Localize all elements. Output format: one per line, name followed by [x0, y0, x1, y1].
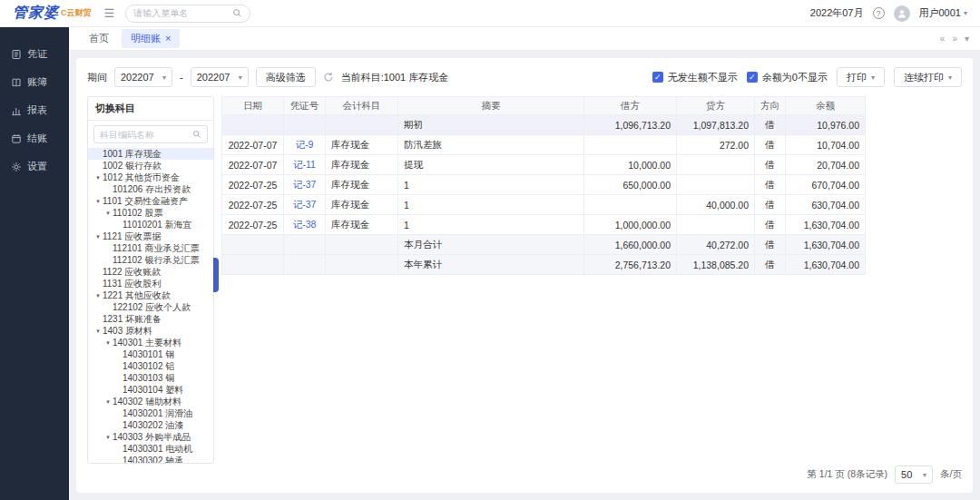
- voucher-link[interactable]: 记-37: [293, 199, 317, 210]
- cell-voucher: 记-37: [284, 195, 326, 215]
- cell-credit: 272.00: [677, 135, 755, 155]
- subject-search-input[interactable]: [100, 130, 189, 140]
- subject-search-box[interactable]: [93, 125, 208, 143]
- tree-item[interactable]: 1131 应收股利: [88, 278, 213, 289]
- ledger-panels: 切换科目 1001 库存现金1002 银行存款▾1012 其他货币资金10120…: [87, 96, 962, 464]
- chevron-down-icon[interactable]: ▾: [93, 325, 103, 337]
- cell-debit: 650,000.00: [584, 175, 677, 195]
- menu-toggle-icon[interactable]: ☰: [104, 6, 115, 20]
- tree-item[interactable]: ▾1403 原材料: [88, 325, 213, 337]
- tree-item[interactable]: 1001 库存现金: [88, 148, 213, 160]
- menu-search-box[interactable]: [125, 5, 250, 23]
- voucher-link[interactable]: 记-9: [296, 139, 314, 150]
- cell-balance: 1,630,704.00: [786, 215, 866, 235]
- tree-item[interactable]: ▾1101 交易性金融资产: [88, 195, 213, 207]
- chevron-down-icon: ▾: [871, 74, 875, 82]
- tree-item-label: 11010201 新海宜: [122, 219, 192, 230]
- tree-item[interactable]: 14030103 铜: [88, 372, 213, 384]
- tree-item[interactable]: 1122 应收账款: [88, 266, 213, 278]
- tab-menu-icon[interactable]: ▾: [965, 34, 969, 44]
- cell-direction: 借: [755, 155, 786, 175]
- search-icon: [232, 8, 242, 18]
- table-body: 期初1,096,713.201,097,813.20借10,976.002022…: [222, 115, 866, 275]
- tree-item[interactable]: ▾1012 其他货币资金: [88, 172, 213, 183]
- tree-item-label: 1122 应收账款: [103, 266, 161, 278]
- cell-summary: 1: [398, 175, 584, 195]
- avatar[interactable]: [894, 5, 910, 22]
- tab-label: 首页: [89, 32, 109, 45]
- tree-item[interactable]: ▾1221 其他应收款: [88, 289, 213, 301]
- detail-ledger-card: 期间 202207 ▾ - 202207 ▾ 高级筛选: [76, 58, 973, 493]
- tree-item[interactable]: ▾140303 外购半成品: [88, 431, 213, 443]
- tabbar: 首页明细账× « » ▾: [69, 27, 980, 51]
- tree-item[interactable]: 14030201 润滑油: [88, 407, 213, 419]
- period-from-select[interactable]: 202207 ▾: [114, 67, 172, 87]
- tree-item[interactable]: ▾140301 主要材料: [88, 337, 213, 348]
- sidebar-item-2[interactable]: 报表: [0, 96, 69, 124]
- checkbox-no-activity[interactable]: ✓ 无发生额不显示: [652, 71, 738, 84]
- advanced-filter-button[interactable]: 高级筛选: [256, 67, 316, 87]
- voucher-link[interactable]: 记-38: [293, 219, 317, 230]
- tree-item[interactable]: 101206 存出投资款: [88, 183, 213, 195]
- per-page-label: 条/页: [940, 468, 962, 481]
- tree-item-label: 1231 坏账准备: [103, 313, 162, 325]
- cell-credit: 1,138,085.20: [677, 255, 755, 275]
- checkbox-no-zero-balance[interactable]: ✓ 余额为0不显示: [747, 71, 828, 84]
- voucher-link[interactable]: 记-37: [293, 179, 317, 190]
- tree-item[interactable]: 14030104 塑料: [88, 384, 213, 396]
- tree-collapse-handle[interactable]: [213, 258, 219, 292]
- tree-item[interactable]: 14030101 钢: [88, 348, 213, 360]
- page-size-value: 50: [901, 469, 912, 480]
- sidebar-item-4[interactable]: 设置: [0, 152, 69, 181]
- chevron-down-icon[interactable]: ▾: [93, 195, 103, 207]
- tree-item[interactable]: ▾140302 辅助材料: [88, 396, 213, 407]
- tree-item[interactable]: 14030302 轴承: [88, 455, 213, 463]
- continuous-print-button[interactable]: 连续打印 ▾: [894, 67, 962, 87]
- tree-item[interactable]: 1002 银行存款: [88, 160, 213, 172]
- cell-date: 2022-07-25: [222, 175, 284, 195]
- tree-item[interactable]: 112102 银行承兑汇票: [88, 254, 213, 266]
- tree-item-label: 1002 银行存款: [103, 160, 162, 172]
- refresh-icon[interactable]: [323, 72, 334, 83]
- chevron-down-icon[interactable]: ▾: [103, 431, 113, 443]
- chevron-down-icon: ▾: [948, 74, 952, 82]
- tree-item-label: 1131 应收股利: [103, 278, 161, 289]
- chevron-down-icon[interactable]: ▾: [93, 230, 103, 242]
- sidebar-item-1[interactable]: 账簿: [0, 68, 69, 96]
- close-icon[interactable]: ×: [165, 34, 171, 44]
- tab-1[interactable]: 明细账×: [122, 29, 180, 48]
- cell-subject: 库存现金: [326, 175, 398, 195]
- tree-item[interactable]: 14030202 油漆: [88, 419, 213, 431]
- cell-debit: 1,096,713.20: [584, 115, 677, 135]
- sidebar-item-3[interactable]: 结账: [0, 124, 69, 152]
- tab-0[interactable]: 首页: [80, 29, 118, 48]
- period-to-select[interactable]: 202207 ▾: [191, 67, 249, 87]
- tree-item[interactable]: 11010201 新海宜: [88, 219, 213, 230]
- sidebar-item-0[interactable]: 凭证: [0, 40, 69, 68]
- chevron-down-icon[interactable]: ▾: [103, 207, 113, 219]
- voucher-link[interactable]: 记-11: [293, 159, 316, 170]
- app-window: 管家婆 C云财贸 ☰ 2022年07月 ? 用户0001 ▾ 凭证账簿报表结账设…: [0, 0, 980, 500]
- page-size-select[interactable]: 50 ▾: [895, 466, 933, 484]
- tree-item[interactable]: 122102 应收个人款: [88, 301, 213, 313]
- cell-debit: 10,000.00: [584, 155, 677, 175]
- user-menu[interactable]: 用户0001 ▾: [919, 6, 968, 20]
- tree-item[interactable]: ▾1121 应收票据: [88, 230, 213, 242]
- tree-item[interactable]: 112101 商业承兑汇票: [88, 242, 213, 254]
- ledger-icon: [11, 77, 22, 88]
- tree-item[interactable]: 14030301 电动机: [88, 443, 213, 455]
- cell-balance: 1,630,704.00: [786, 255, 866, 275]
- tab-scroll-left-icon[interactable]: «: [940, 34, 946, 44]
- chevron-down-icon[interactable]: ▾: [93, 172, 103, 183]
- tab-scroll-right-icon[interactable]: »: [952, 34, 957, 44]
- tree-item[interactable]: ▾110102 股票: [88, 207, 213, 219]
- cell-direction: 借: [755, 175, 786, 195]
- help-icon[interactable]: ?: [873, 7, 885, 19]
- chevron-down-icon[interactable]: ▾: [103, 396, 113, 407]
- menu-search-input[interactable]: [133, 8, 232, 18]
- chevron-down-icon[interactable]: ▾: [103, 337, 113, 348]
- tree-item[interactable]: 1231 坏账准备: [88, 313, 213, 325]
- print-button[interactable]: 打印 ▾: [837, 67, 885, 87]
- chevron-down-icon[interactable]: ▾: [93, 289, 103, 301]
- tree-item[interactable]: 14030102 铝: [88, 360, 213, 372]
